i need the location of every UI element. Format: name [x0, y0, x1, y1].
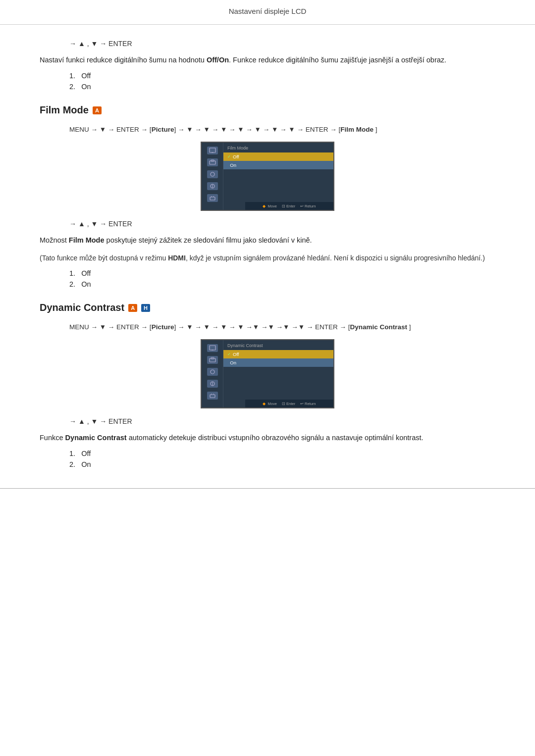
dc-footer-return: ↩ Return	[300, 402, 316, 406]
film-mode-screen-container: Film Mode ✓ Off On ◆ Move ⊡ Enter ↩ Retu…	[40, 142, 495, 211]
dynamic-contrast-title: Dynamic Contrast	[40, 302, 124, 313]
svg-point-3	[211, 172, 214, 176]
page-wrapper: Nastavení displeje LCD → ▲ , ▼ → ENTER N…	[0, 0, 535, 756]
film-mode-desc2: (Tato funkce může být dostupná v režimu …	[40, 252, 495, 263]
dynamic-contrast-list-item-1: 1. Off	[69, 450, 495, 457]
film-mode-title: Film Mode	[40, 104, 89, 116]
tv-footer-move: ◆ Move	[263, 204, 276, 208]
intro-list-item-1: 1. Off	[69, 72, 495, 80]
dynamic-contrast-option-off: ✓ Off	[223, 350, 333, 358]
intro-list-item-2: 2. On	[69, 83, 495, 91]
page-header: Nastavení displeje LCD	[0, 0, 535, 25]
dynamic-contrast-badge-h: H	[141, 304, 150, 312]
dc-footer-enter: ⊡ Enter	[282, 402, 295, 406]
dynamic-contrast-menu-content: Dynamic Contrast ✓ Off On ◆ Move ⊡ Enter…	[223, 340, 333, 407]
dynamic-contrast-menu-title: Dynamic Contrast	[223, 342, 333, 349]
film-mode-badge-a: A	[93, 106, 102, 114]
dc-check: ✓	[227, 352, 231, 356]
dc-tv-icon-4	[207, 380, 218, 388]
film-mode-list-item-1: 1. Off	[69, 269, 495, 277]
film-mode-tv-footer: ◆ Move ⊡ Enter ↩ Return	[245, 202, 333, 210]
film-mode-nav-arrow: → ▲ , ▼ → ENTER	[69, 220, 495, 228]
dynamic-contrast-option-on: On	[223, 358, 333, 367]
dc-tv-icon-3	[207, 368, 218, 376]
dynamic-contrast-tv-sidebar	[202, 340, 223, 407]
dynamic-contrast-tv-screen: Dynamic Contrast ✓ Off On ◆ Move ⊡ Enter…	[201, 339, 334, 408]
tv-icon-2	[207, 158, 218, 166]
film-mode-menu-title: Film Mode	[223, 145, 333, 151]
film-mode-option-on: On	[223, 161, 333, 169]
tv-footer-enter: ⊡ Enter	[282, 204, 295, 208]
dc-tv-icon-5	[207, 392, 218, 400]
film-mode-tv-sidebar	[202, 143, 223, 210]
tv-footer-return: ↩ Return	[300, 204, 316, 208]
dynamic-contrast-list-item-2: 2. On	[69, 460, 495, 468]
film-mode-desc1: Možnost Film Mode poskytuje stejný zážit…	[40, 235, 495, 246]
svg-rect-15	[210, 395, 215, 398]
svg-rect-9	[210, 346, 215, 350]
dynamic-contrast-heading: Dynamic Contrast A H	[40, 302, 495, 313]
film-mode-heading: Film Mode A	[40, 104, 495, 116]
dynamic-contrast-badge-a: A	[128, 304, 137, 312]
tv-icon-5	[207, 194, 218, 202]
film-mode-tv-screen: Film Mode ✓ Off On ◆ Move ⊡ Enter ↩ Retu…	[201, 142, 334, 211]
film-mode-list-item-2: 2. On	[69, 280, 495, 288]
dynamic-contrast-nav-arrow: → ▲ , ▼ → ENTER	[69, 417, 495, 425]
svg-rect-0	[210, 148, 215, 152]
intro-body-text: Nastaví funkci redukce digitálního šumu …	[40, 54, 495, 66]
film-mode-check: ✓	[227, 154, 231, 159]
dc-footer-move: ◆ Move	[263, 402, 276, 406]
dc-tv-icon-1	[207, 344, 218, 352]
intro-nav-arrow: → ▲ , ▼ → ENTER	[69, 40, 495, 48]
tv-icon-4	[207, 182, 218, 190]
film-mode-menu-path: MENU → ▼ → ENTER → [Picture] → ▼ → ▼ → ▼…	[69, 125, 495, 135]
tv-icon-1	[207, 147, 218, 154]
dynamic-contrast-tv-footer: ◆ Move ⊡ Enter ↩ Return	[245, 400, 333, 407]
bottom-border	[0, 488, 535, 489]
svg-rect-6	[210, 197, 215, 200]
dynamic-contrast-screen-container: Dynamic Contrast ✓ Off On ◆ Move ⊡ Enter…	[40, 339, 495, 408]
svg-point-12	[211, 370, 214, 374]
dynamic-contrast-desc1: Funkce Dynamic Contrast automaticky dete…	[40, 432, 495, 444]
tv-icon-3	[207, 170, 218, 178]
dc-tv-icon-2	[207, 356, 218, 364]
film-mode-menu-content: Film Mode ✓ Off On ◆ Move ⊡ Enter ↩ Retu…	[223, 143, 333, 210]
dynamic-contrast-menu-path: MENU → ▼ → ENTER → [Picture] → ▼ → ▼ → ▼…	[69, 322, 495, 332]
film-mode-option-off: ✓ Off	[223, 152, 333, 161]
page-title: Nastavení displeje LCD	[229, 7, 307, 15]
